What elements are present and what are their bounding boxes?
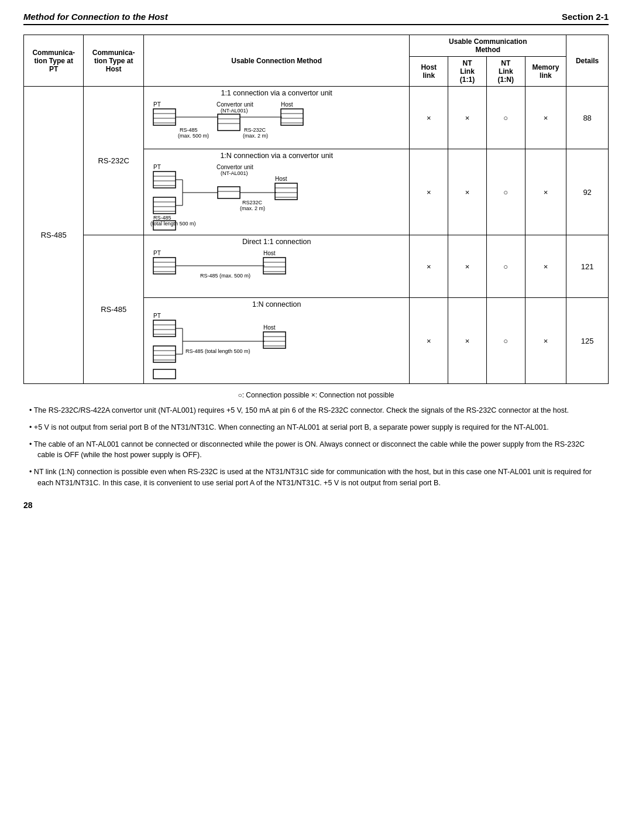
td-nt11-1: × <box>448 87 487 149</box>
svg-text:PT: PT <box>153 164 161 170</box>
page-header: Method for Connection to the Host Sectio… <box>23 12 609 25</box>
th-comm-pt: Communica-tion Type atPT <box>24 35 84 87</box>
td-diagram-1: 1:1 connection via a convertor unit PT R… <box>143 87 409 149</box>
td-host-link-3: × <box>410 235 448 298</box>
diagram-svg-1: PT RS-485 (max. 500 m) Convertor unit (N… <box>147 100 352 146</box>
svg-text:(max. 500 m): (max. 500 m) <box>178 133 209 139</box>
svg-text:RS-485 (total length 500 m): RS-485 (total length 500 m) <box>186 348 250 354</box>
td-nt11-3: × <box>448 235 487 298</box>
notes-list: The RS-232C/RS-422A convertor unit (NT-A… <box>23 405 609 489</box>
svg-text:Host: Host <box>263 250 276 256</box>
svg-text:Convertor unit: Convertor unit <box>217 101 253 108</box>
td-mem-3: × <box>525 235 566 298</box>
td-details-3: 121 <box>566 235 609 298</box>
legend-text: ○: Connection possible ×: Connection not… <box>238 391 394 399</box>
diagram-title-4: 1:N connection <box>147 300 406 308</box>
diagram-title-1: 1:1 connection via a convertor unit <box>147 89 406 97</box>
td-details-1: 88 <box>566 87 609 149</box>
td-host-link-2: × <box>410 149 448 235</box>
th-mem-link: Memorylink <box>525 57 566 87</box>
th-nt-link-n: NTLink(1:N) <box>486 57 525 87</box>
th-details: Details <box>566 35 609 87</box>
diagram-svg-4: PT <box>147 311 352 381</box>
svg-text:RS-485: RS-485 <box>180 127 198 133</box>
svg-text:Convertor unit: Convertor unit <box>217 164 253 170</box>
note-1: The RS-232C/RS-422A convertor unit (NT-A… <box>29 405 603 416</box>
svg-text:PT: PT <box>153 250 161 256</box>
connection-table: Communica-tion Type atPT Communica-tion … <box>23 35 609 384</box>
note-2: +5 V is not output from serial port B of… <box>29 422 603 433</box>
legend: ○: Connection possible ×: Connection not… <box>23 391 609 399</box>
th-usable: Usable Connection Method <box>143 35 409 87</box>
td-host-link-1: × <box>410 87 448 149</box>
td-mem-4: × <box>525 298 566 384</box>
svg-rect-70 <box>153 369 176 379</box>
svg-text:(total length 500 m): (total length 500 m) <box>150 221 196 227</box>
svg-text:RS-232C: RS-232C <box>244 127 266 133</box>
td-diagram-4: 1:N connection PT <box>143 298 409 384</box>
page-number: 28 <box>23 500 609 510</box>
svg-rect-10 <box>218 114 240 131</box>
svg-text:PT: PT <box>153 313 161 319</box>
td-mem-2: × <box>525 149 566 235</box>
svg-text:Host: Host <box>263 324 276 331</box>
svg-text:(NT-AL001): (NT-AL001) <box>221 170 248 176</box>
td-nt1n-3: ○ <box>486 235 525 298</box>
note-4: NT link (1:N) connection is possible eve… <box>29 467 603 489</box>
td-mem-1: × <box>525 87 566 149</box>
td-nt1n-4: ○ <box>486 298 525 384</box>
svg-text:(NT-AL001): (NT-AL001) <box>221 108 248 114</box>
svg-text:Host: Host <box>281 101 293 108</box>
svg-text:PT: PT <box>153 101 161 108</box>
td-details-4: 125 <box>566 298 609 384</box>
diagram-svg-3: PT RS-485 (max. 500 m) Host <box>147 248 352 295</box>
td-comm-pt-rs485: RS-485 <box>24 87 84 384</box>
diagram-title-2: 1:N connection via a convertor unit <box>147 152 406 160</box>
td-comm-host-rs232c: RS-232C <box>84 87 143 235</box>
header-section: Section 2-1 <box>562 12 609 22</box>
svg-text:RS232C: RS232C <box>242 200 263 205</box>
note-3: The cable of an NT-AL001 cannot be conne… <box>29 439 603 461</box>
th-nt-link-1: NTLink(1:1) <box>448 57 487 87</box>
td-nt11-2: × <box>448 149 487 235</box>
td-diagram-3: Direct 1:1 connection PT RS-485 (max. 50… <box>143 235 409 298</box>
svg-text:(max. 2 m): (max. 2 m) <box>243 133 268 139</box>
td-host-link-4: × <box>410 298 448 384</box>
svg-text:Host: Host <box>275 176 287 182</box>
diagram-svg-2: PT <box>147 162 352 232</box>
diagram-title-3: Direct 1:1 connection <box>147 238 406 246</box>
th-usable-comm: Usable CommunicationMethod <box>410 35 566 57</box>
td-diagram-2: 1:N connection via a convertor unit PT <box>143 149 409 235</box>
th-host-link: Hostlink <box>410 57 448 87</box>
th-comm-host: Communica-tion Type atHost <box>84 35 143 87</box>
td-nt11-4: × <box>448 298 487 384</box>
td-nt1n-2: ○ <box>486 149 525 235</box>
header-title: Method for Connection to the Host <box>23 12 168 22</box>
td-nt1n-1: ○ <box>486 87 525 149</box>
td-comm-host-rs485: RS-485 <box>84 235 143 384</box>
svg-rect-39 <box>218 187 240 198</box>
td-details-2: 92 <box>566 149 609 235</box>
svg-text:RS-485: RS-485 <box>153 215 171 221</box>
svg-text:(max. 2 m): (max. 2 m) <box>240 205 265 211</box>
svg-text:RS-485 (max. 500 m): RS-485 (max. 500 m) <box>200 273 250 279</box>
